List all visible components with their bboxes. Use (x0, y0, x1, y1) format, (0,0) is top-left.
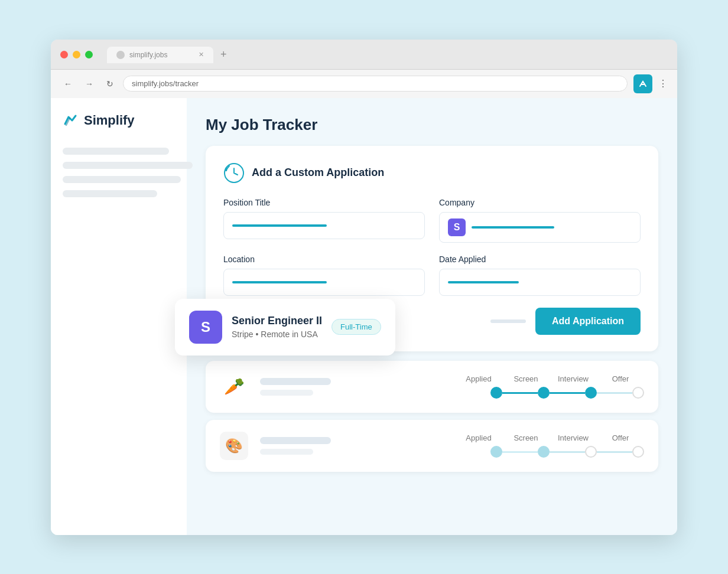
page-title: My Job Tracker (206, 116, 658, 134)
company-group: Company S (439, 198, 641, 243)
date-skeleton (448, 281, 519, 283)
job-name-skeleton-1 (260, 378, 331, 385)
tab-favicon (116, 51, 125, 59)
pipeline-1: Applied Screen Interview Offer (455, 374, 644, 399)
job-info-1 (260, 378, 443, 396)
browser-titlebar: simplify.jobs ✕ + (51, 40, 677, 70)
sidebar-skeleton-4 (63, 190, 157, 197)
job-card-2[interactable]: 🎨 Applied Screen Interview Offer (206, 420, 658, 472)
company-avatar: S (448, 218, 466, 236)
position-title-label: Position Title (223, 198, 425, 207)
job-name-skeleton-2 (260, 437, 331, 444)
browser-window: simplify.jobs ✕ + ← → ↻ ⋮ (51, 40, 677, 535)
job-card-1[interactable]: 🥕 Applied Screen Interview Offer (206, 361, 658, 413)
traffic-light-green[interactable] (85, 51, 93, 58)
label-screen-2: Screen (502, 433, 550, 442)
app-content: Simplify My Job Tracker (51, 98, 677, 535)
tooltip-badge: Full-Time (332, 319, 381, 335)
tooltip-job-title: Senior Engineer II (232, 315, 322, 327)
label-interview-2: Interview (550, 433, 597, 442)
label-screen-1: Screen (502, 374, 550, 383)
logo-icon (63, 112, 79, 129)
tab-close-btn[interactable]: ✕ (199, 51, 204, 58)
tooltip-company: Stripe (232, 330, 254, 339)
label-applied-2: Applied (455, 433, 502, 442)
sidebar-skeleton (63, 148, 175, 197)
dots-row-2 (490, 446, 644, 458)
extension-icon[interactable] (633, 74, 652, 93)
browser-tab-bar: simplify.jobs ✕ + (107, 47, 232, 63)
logo-area: Simplify (63, 112, 175, 129)
label-interview-1: Interview (550, 374, 597, 383)
dot-offer-2 (632, 446, 644, 458)
company-logo-2: 🎨 (220, 432, 248, 460)
line-3-4 (597, 392, 632, 394)
sidebar-skeleton-1 (63, 148, 169, 155)
card-title: Add a Custom Application (252, 167, 384, 179)
tooltip-company-location: Stripe • Remote in USA (232, 330, 322, 339)
pipeline-labels-2: Applied Screen Interview Offer (455, 433, 644, 442)
company-label: Company (439, 198, 641, 207)
add-application-button[interactable]: Add Application (535, 308, 641, 335)
location-label: Location (223, 255, 425, 264)
form-grid: Position Title Company S (223, 198, 641, 296)
new-tab-btn[interactable]: + (216, 48, 232, 61)
label-offer-2: Offer (597, 433, 644, 442)
address-bar[interactable] (123, 76, 628, 92)
logo-text: Simplify (84, 113, 135, 128)
line-1-2 (502, 392, 538, 394)
dot-offer-1 (632, 387, 644, 399)
date-applied-input[interactable] (439, 269, 641, 296)
line-1-2-b (502, 451, 538, 453)
location-group: Location (223, 255, 425, 296)
job-sub-skeleton-2 (260, 449, 313, 455)
sidebar-skeleton-2 (63, 162, 193, 169)
tab-label: simplify.jobs (129, 51, 167, 59)
position-title-input[interactable] (223, 212, 425, 239)
back-btn[interactable]: ← (60, 77, 76, 91)
browser-toolbar: ← → ↻ ⋮ (51, 70, 677, 98)
dot-interview-1 (585, 387, 597, 399)
traffic-light-yellow[interactable] (73, 51, 80, 58)
job-info-2 (260, 437, 443, 455)
carrot-icon: 🥕 (224, 377, 245, 396)
dot-interview-2 (585, 446, 597, 458)
line-2-3-b (550, 451, 585, 453)
line-2-3 (550, 392, 585, 394)
traffic-light-red[interactable] (60, 51, 68, 58)
browser-controls: simplify.jobs ✕ + (60, 47, 668, 63)
job-sub-skeleton-1 (260, 390, 313, 396)
dots-row-1 (490, 387, 644, 399)
sidebar: Simplify (51, 98, 187, 535)
tooltip-location: Remote in USA (261, 330, 317, 339)
browser-menu-btn[interactable]: ⋮ (658, 78, 668, 89)
dot-screen-2 (538, 446, 550, 458)
scroll-indicator (490, 319, 526, 323)
company-input[interactable]: S (439, 212, 641, 243)
browser-tab[interactable]: simplify.jobs ✕ (107, 47, 213, 63)
sidebar-skeleton-3 (63, 176, 181, 183)
pipeline-2: Applied Screen Interview Offer (455, 433, 644, 458)
location-input[interactable] (223, 269, 425, 296)
date-applied-group: Date Applied (439, 255, 641, 296)
position-title-group: Position Title (223, 198, 425, 243)
tooltip-avatar: S (189, 311, 222, 344)
forward-btn[interactable]: → (82, 77, 97, 91)
tooltip-info: Senior Engineer II Stripe • Remote in US… (232, 315, 322, 339)
position-title-skeleton (232, 224, 327, 227)
clock-icon (223, 162, 245, 184)
dot-screen-1 (538, 387, 550, 399)
second-logo-icon: 🎨 (225, 438, 243, 454)
line-3-4-b (597, 451, 632, 453)
pipeline-labels-1: Applied Screen Interview Offer (455, 374, 644, 383)
dot-applied-1 (490, 387, 502, 399)
date-applied-label: Date Applied (439, 255, 641, 264)
label-offer-1: Offer (597, 374, 644, 383)
company-skeleton (472, 226, 554, 229)
refresh-btn[interactable]: ↻ (103, 77, 117, 91)
card-header: Add a Custom Application (223, 162, 641, 184)
dot-applied-2 (490, 446, 502, 458)
tooltip-card: S Senior Engineer II Stripe • Remote in … (175, 299, 395, 356)
main-area: My Job Tracker Add a Custom Application (187, 98, 677, 535)
company-logo-1: 🥕 (220, 373, 248, 401)
